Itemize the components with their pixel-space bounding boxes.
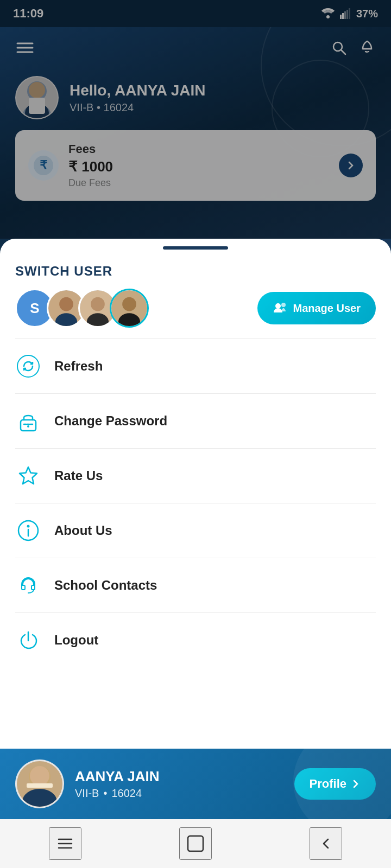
menu-label-logout: Logout xyxy=(54,633,98,648)
svg-point-35 xyxy=(27,425,29,427)
menu-item-school-contacts[interactable]: School Contacts xyxy=(0,558,391,612)
manage-user-label: Manage User xyxy=(293,302,361,315)
svg-point-38 xyxy=(27,525,30,528)
svg-marker-36 xyxy=(20,467,37,484)
menu-label-about-us: About Us xyxy=(54,523,112,538)
sheet-handle xyxy=(163,246,228,250)
menu-label-change-password: Change Password xyxy=(54,413,167,429)
headset-icon xyxy=(15,572,41,598)
switch-user-row: S xyxy=(15,289,376,328)
dim-overlay xyxy=(0,0,391,239)
profile-info: AANYA JAIN VII-B • 16024 xyxy=(75,768,160,800)
profile-avatar-image xyxy=(17,760,62,808)
android-nav-bar xyxy=(0,819,391,868)
star-icon xyxy=(15,463,41,489)
switch-user-section: SWITCH USER S xyxy=(0,255,391,339)
manage-user-icon xyxy=(273,301,288,316)
svg-point-44 xyxy=(30,766,49,786)
bottom-profile-bar: AANYA JAIN VII-B • 16024 Profile xyxy=(0,749,391,819)
menu-label-refresh: Refresh xyxy=(54,359,103,374)
svg-point-29 xyxy=(281,303,286,307)
svg-point-26 xyxy=(122,297,136,311)
menu-item-rate-us[interactable]: Rate Us xyxy=(0,449,391,503)
refresh-icon xyxy=(15,353,41,379)
menu-item-logout[interactable]: Logout xyxy=(0,613,391,667)
android-recents-button[interactable] xyxy=(49,827,81,860)
lock-icon xyxy=(15,408,41,434)
power-icon xyxy=(15,627,41,653)
manage-user-button[interactable]: Manage User xyxy=(257,292,376,324)
profile-name: AANYA JAIN xyxy=(75,768,160,785)
info-icon xyxy=(15,518,41,544)
avatar-4-active[interactable] xyxy=(110,289,149,328)
profile-avatar xyxy=(15,760,64,808)
android-back-button[interactable] xyxy=(310,827,342,860)
android-home-button[interactable] xyxy=(179,827,212,860)
svg-point-23 xyxy=(91,297,105,311)
menu-item-about-us[interactable]: About Us xyxy=(0,503,391,558)
switch-user-title: SWITCH USER xyxy=(15,264,376,279)
profile-class-roll: VII-B • 16024 xyxy=(75,787,160,800)
svg-point-20 xyxy=(59,297,73,311)
menu-item-change-password[interactable]: Change Password xyxy=(0,394,391,448)
svg-point-28 xyxy=(275,303,281,309)
svg-rect-45 xyxy=(27,783,53,788)
svg-point-30 xyxy=(17,355,39,377)
svg-rect-49 xyxy=(188,836,203,851)
menu-label-school-contacts: School Contacts xyxy=(54,578,157,593)
menu-item-refresh[interactable]: Refresh xyxy=(0,339,391,393)
menu-label-rate-us: Rate Us xyxy=(54,468,103,483)
user-avatars: S xyxy=(15,289,149,328)
sheet-handle-container xyxy=(0,239,391,255)
